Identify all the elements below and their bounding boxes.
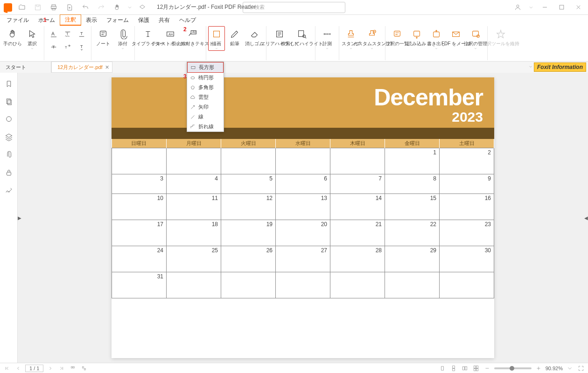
signature-icon[interactable]	[4, 186, 14, 195]
underline-icon[interactable]: T	[75, 28, 88, 40]
menu-share[interactable]: 共有	[154, 15, 175, 25]
view-facing-icon[interactable]	[461, 364, 469, 373]
svg-rect-28	[7, 99, 10, 104]
search-input[interactable]: 検索	[243, 2, 345, 13]
calendar-cell	[276, 148, 330, 174]
squiggly-icon[interactable]: T	[61, 28, 74, 40]
quick-menu-chevron-icon[interactable]	[127, 5, 133, 10]
stamp-tool[interactable]: スタンプ	[341, 26, 361, 50]
thumbs-icon[interactable]	[69, 364, 77, 373]
dd-cloud[interactable]: 雲型	[187, 92, 224, 102]
first-page-icon[interactable]	[3, 364, 11, 373]
undo-icon[interactable]	[79, 1, 91, 14]
calendar-cell: 15	[385, 194, 440, 220]
layers-icon[interactable]	[4, 132, 14, 142]
svg-rect-46	[476, 368, 478, 371]
replace-text-icon[interactable]: T	[61, 41, 74, 53]
tab-document[interactable]: 12月カレンダー.pdf ✕	[51, 62, 112, 73]
zoom-slider[interactable]	[494, 367, 532, 369]
attachments-icon[interactable]	[4, 150, 14, 159]
menu-home[interactable]: ホーム	[34, 15, 60, 25]
zoom-out-icon[interactable]	[483, 364, 491, 373]
menu-comment[interactable]: 注釈	[60, 14, 81, 26]
pages-icon[interactable]	[4, 97, 14, 106]
custom-stamp-tool[interactable]: カスタムスタンプ	[361, 26, 383, 50]
account-chevron-icon[interactable]	[528, 5, 534, 10]
tab-menu-chevron-icon[interactable]	[528, 64, 533, 70]
svg-rect-29	[7, 100, 11, 105]
menu-file[interactable]: ファイル	[2, 15, 34, 25]
dd-polyline[interactable]: 折れ線	[187, 122, 224, 131]
prev-page-icon[interactable]	[14, 364, 22, 373]
menu-protect[interactable]: 保護	[133, 15, 154, 25]
import-tool[interactable]: 読み込み	[407, 26, 427, 47]
highlight-icon[interactable]	[47, 28, 60, 40]
strikeout-icon[interactable]: T	[47, 41, 60, 53]
security-icon[interactable]	[4, 168, 14, 177]
view-single-icon[interactable]	[438, 364, 447, 373]
right-expand-icon[interactable]: ◀	[584, 215, 588, 221]
new-page-icon[interactable]	[63, 1, 76, 14]
pencil-tool[interactable]: 鉛筆	[225, 26, 245, 47]
tab-close-icon[interactable]: ✕	[105, 64, 109, 70]
fullscreen-icon[interactable]	[577, 364, 585, 373]
save-icon[interactable]	[32, 1, 44, 14]
foxit-info-badge[interactable]: Foxit Information	[534, 62, 586, 72]
calendar-cell: 24	[112, 246, 167, 272]
dd-line[interactable]: 線	[187, 112, 224, 122]
draw-shape-dropdown: 長方形 楕円形 多角形 雲型 矢印 線 折れ線	[187, 62, 224, 132]
manage-tool[interactable]: 注釈の管理	[466, 26, 485, 50]
last-page-icon[interactable]	[57, 364, 66, 373]
bookmark-icon[interactable]	[4, 79, 14, 89]
attach-tool[interactable]: 添付	[113, 26, 133, 50]
export-tool[interactable]: 書き出し	[427, 26, 446, 50]
menu-form[interactable]: フォーム	[102, 15, 133, 25]
search-highlight-tool[interactable]: 検索してハイライト	[291, 26, 313, 47]
dd-oval[interactable]: 楕円形	[187, 73, 224, 83]
main-area: ▶ ◀ December 2023 日曜日月曜日火曜日水曜日木曜日金曜日土曜日 …	[0, 73, 588, 363]
fdf-mail-tool[interactable]: FDF をメール	[446, 26, 466, 47]
note-tool[interactable]: ノート	[93, 26, 113, 47]
annot-list-tool[interactable]: 注釈の一覧	[387, 26, 407, 47]
measure-tool[interactable]: 計測	[317, 26, 337, 50]
account-icon[interactable]	[511, 1, 524, 14]
customize-icon[interactable]	[136, 1, 148, 14]
print-icon[interactable]	[48, 1, 60, 14]
svg-point-4	[247, 5, 250, 8]
calendar-cell	[221, 272, 276, 298]
next-page-icon[interactable]	[46, 364, 55, 373]
calendar-year: 2023	[123, 109, 483, 125]
redo-icon[interactable]	[95, 1, 107, 14]
zoom-in-icon[interactable]	[534, 364, 543, 373]
hand-tool[interactable]: 手のひら	[3, 26, 22, 47]
close-icon[interactable]	[572, 1, 584, 14]
maximize-icon[interactable]	[555, 1, 567, 14]
open-icon[interactable]	[16, 1, 28, 14]
keep-tool[interactable]: 選択ツールを維持	[490, 26, 512, 47]
svg-rect-31	[7, 172, 11, 175]
document-viewport[interactable]: December 2023 日曜日月曜日火曜日水曜日木曜日金曜日土曜日 1234…	[18, 73, 588, 363]
minimize-icon[interactable]	[539, 1, 551, 14]
left-expand-icon[interactable]: ▶	[18, 215, 21, 221]
zoom-chevron-icon[interactable]	[566, 364, 574, 373]
page-input[interactable]: 1 / 1	[25, 365, 43, 372]
dd-polygon[interactable]: 多角形	[187, 83, 224, 92]
menu-help[interactable]: ヘルプ	[175, 15, 201, 25]
view-continuous-icon[interactable]	[449, 364, 458, 373]
svg-text:T: T	[80, 31, 83, 36]
menu-view[interactable]: 表示	[81, 15, 102, 25]
svg-rect-45	[474, 368, 476, 371]
thumbs2-icon[interactable]	[80, 364, 88, 373]
calendar-cell: 30	[440, 246, 494, 272]
comments-icon[interactable]	[4, 115, 14, 124]
dd-arrow[interactable]: 矢印	[187, 102, 224, 112]
tab-start[interactable]: スタート	[0, 62, 51, 73]
draw-tool[interactable]: 描画	[208, 26, 225, 51]
calendar-cell	[385, 272, 440, 298]
insert-text-icon[interactable]: T	[75, 41, 88, 53]
select-tool[interactable]: 選択	[22, 26, 42, 50]
svg-rect-24	[434, 32, 440, 37]
hand-quick-icon[interactable]	[111, 1, 123, 14]
view-facing-cont-icon[interactable]	[472, 364, 480, 373]
dd-rectangle[interactable]: 長方形	[187, 62, 224, 73]
